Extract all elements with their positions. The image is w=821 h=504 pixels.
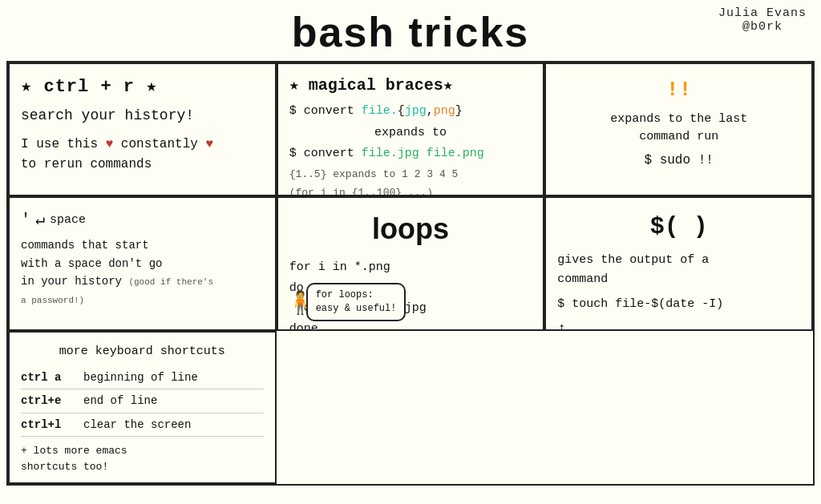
shortcut-desc-ctrle: end of line (83, 392, 157, 409)
ctrl-r-description: I use this ♥ constantly ♥to rerun comman… (21, 135, 264, 175)
braces-expands: expands to (289, 124, 532, 143)
tick-icon: ' (21, 208, 30, 233)
space-headline: ' ↵ space (21, 208, 264, 233)
shortcut-row-ctrle: ctrl+e end of line (21, 389, 264, 413)
shortcut-key-ctrla: ctrl a (21, 369, 75, 386)
loops-headline: loops (289, 208, 532, 251)
shortcut-key-ctrll: ctrl+l (21, 416, 75, 433)
heart-icon-1: ♥ (106, 137, 114, 151)
cell-magical-braces: ★ magical braces★ $ convert file.{jpg,pn… (277, 62, 545, 196)
png-text: png (434, 104, 455, 118)
cell-ctrl-r: ★ ctrl + r ★ search your history! I use … (8, 62, 277, 196)
shortcut-row-ctrla: ctrl a beginning of line (21, 366, 264, 389)
space-note: (good if there'sa password!) (21, 277, 213, 304)
cell-keyboard-shortcuts: more keyboard shortcuts ctrl a beginning… (8, 331, 277, 484)
cell-loops: loops for i in *.png do convert $i $i.jp… (277, 196, 545, 330)
bang-desc: expands to the lastcommand run (557, 111, 800, 147)
shortcut-row-ctrll: ctrl+l clear the screen (21, 413, 264, 437)
arrow-up-icon: ↑ (557, 317, 800, 331)
shortcuts-footer: + lots more emacsshortcuts too! (21, 443, 264, 474)
braces-note2: (for i in {1..100} ...) (289, 185, 532, 196)
content-grid: ★ ctrl + r ★ search your history! I use … (6, 61, 815, 486)
ctrl-r-subheadline: search your history! (21, 105, 264, 127)
shortcut-key-ctrle: ctrl+e (21, 392, 75, 409)
author-name: Julia Evans (718, 6, 807, 20)
subshell-headline: $( ) (557, 208, 800, 246)
bang-title: !! (557, 74, 800, 107)
jpg-text: jpg (405, 104, 427, 118)
enter-arrow-icon: ↵ (35, 208, 45, 233)
subshell-example: $ touch file-$(date -I) (557, 295, 800, 314)
braces-code1: $ convert file.{jpg,png} (289, 103, 532, 121)
page: bash tricks Julia Evans @b0rk ★ ctrl + r… (0, 0, 821, 504)
subshell-desc: gives the output of acommand (557, 251, 800, 288)
author-block: Julia Evans @b0rk (718, 6, 807, 34)
braces-headline: ★ magical braces★ (289, 74, 532, 98)
space-desc: commands that startwith a space don't go… (21, 236, 264, 308)
braces-code2: $ convert file.jpg file.png (289, 145, 532, 163)
expanded-file: file.jpg file.png (362, 147, 484, 160)
shortcut-desc-ctrla: beginning of line (83, 369, 198, 386)
filename-teal: file. (362, 104, 398, 118)
shortcut-desc-ctrll: clear the screen (83, 416, 191, 433)
cell-space-commands: ' ↵ space commands that startwith a spac… (8, 196, 277, 330)
ctrl-r-headline: ★ ctrl + r ★ (21, 74, 264, 100)
loops-bubble: for loops:easy & useful! (306, 283, 406, 321)
bang-example: $ sudo !! (557, 151, 800, 171)
shortcuts-headline: more keyboard shortcuts (21, 342, 264, 361)
braces-note1: {1..5} expands to 1 2 3 4 5 (289, 167, 532, 183)
cell-bang-bang: !! expands to the lastcommand run $ sudo… (544, 62, 813, 196)
space-label: space (50, 211, 86, 230)
heart-icon-2: ♥ (205, 137, 213, 151)
cell-subshell: $( ) gives the output of acommand $ touc… (544, 196, 813, 330)
author-handle: @b0rk (718, 20, 807, 34)
page-title: bash tricks (0, 0, 821, 61)
